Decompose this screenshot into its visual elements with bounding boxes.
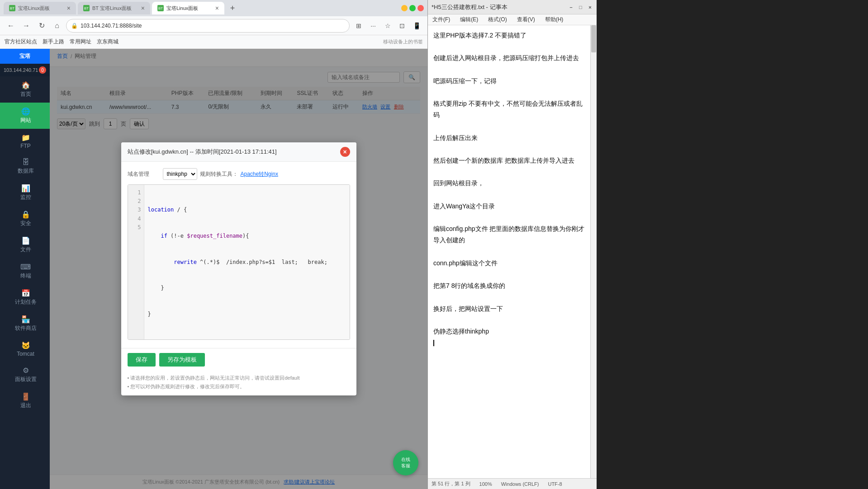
back-button[interactable]: ← [5, 19, 17, 32]
sidebar-label-cron: 计划任务 [15, 299, 37, 305]
maximize-button[interactable] [409, 5, 416, 11]
home-button[interactable]: ⌂ [51, 19, 63, 32]
sidebar-label-database: 数据库 [18, 168, 34, 174]
line-num-3: 3 [131, 206, 141, 214]
rewrite-link[interactable]: Apache转Nginx [241, 170, 278, 178]
notepad-menu-view[interactable]: 查看(V) [515, 15, 537, 24]
security-icon: 🔒 [5, 210, 46, 219]
sidebar-item-security[interactable]: 🔒 安全 [0, 206, 50, 232]
monitor-icon: 📊 [5, 184, 46, 193]
notepad-win-btns: – □ × [568, 4, 593, 10]
code-line-5: } [148, 310, 346, 319]
cron-icon: 📅 [5, 289, 46, 297]
code-editor: 1 2 3 4 5 location / { if (!-e $request_… [128, 184, 350, 340]
sidebar-item-terminal[interactable]: ⌨ 终端 [0, 258, 50, 284]
notepad-minimize-button[interactable]: – [568, 4, 574, 10]
notepad-menu-help[interactable]: 帮助(H) [543, 15, 565, 24]
notepad-titlebar: *H5三公搭建教程.txt - 记事本 – □ × [428, 0, 597, 14]
sidebar-label-ftp: FTP [20, 143, 31, 149]
more-icon[interactable]: ··· [367, 19, 379, 32]
mobile-icon[interactable]: 📱 [410, 19, 423, 32]
notepad-maximize-button[interactable]: □ [578, 4, 583, 10]
dialog-title: 站点修改[kui.gdwkn.cn] -- 添加时间[2021-01-13 17… [128, 148, 277, 156]
sidebar-item-cron[interactable]: 📅 计划任务 [0, 284, 50, 310]
rewrite-select[interactable]: thinkphp default [163, 168, 197, 180]
bookmark-official[interactable]: 官方社区站点 [5, 38, 37, 46]
sidebar-item-logout[interactable]: 🚪 退出 [0, 388, 50, 414]
sidebar-label-security: 安全 [20, 220, 31, 226]
sidebar-item-website[interactable]: 🌐 网站 [0, 103, 50, 129]
bookmark-newbie[interactable]: 新手上路 [43, 38, 64, 46]
refresh-button[interactable]: ↻ [35, 19, 48, 32]
lock-icon: 🔒 [71, 23, 78, 29]
bookmark-common[interactable]: 常用网址 [70, 38, 91, 46]
bookmark-jd[interactable]: 京东商城 [97, 38, 119, 46]
bt-sidebar: 宝塔 103.144.240.71 0 🏠 首页 🌐 网站 📁 FTP [0, 49, 50, 489]
new-tab-button[interactable]: + [226, 2, 239, 14]
sidebar-label-home: 首页 [20, 91, 31, 97]
close-button[interactable] [417, 5, 424, 11]
sidebar-item-store[interactable]: 🏪 软件商店 [0, 310, 50, 337]
float-line2: 客服 [401, 463, 410, 469]
notepad-menu-file[interactable]: 文件(F) [431, 15, 452, 24]
code-content[interactable]: location / { if (!-e $request_filename){… [144, 185, 350, 339]
browser-tab-3[interactable]: BT 宝塔Linux面板 × [152, 2, 224, 14]
sidebar-label-tomcat: Tomcat [17, 351, 34, 357]
sidebar-label-logout: 退出 [20, 402, 31, 409]
browser-window: BT 宝塔Linux面板 × BT BT 宝塔Linux面板 × BT 宝塔Li… [0, 0, 427, 489]
notepad-menu-edit[interactable]: 编辑(E) [458, 15, 480, 24]
sidebar-nav: 🏠 首页 🌐 网站 📁 FTP 🗄 数据库 📊 监控 [0, 76, 50, 489]
minimize-button[interactable] [401, 5, 408, 11]
dialog-notes: 请选择您的应用，若设置伪静态后，网站无法正常访问，请尝试设置回default 您… [121, 371, 356, 395]
browser-toolbar: ← → ↻ ⌂ 🔒 103.144.240.71:8888/site ⊞ ···… [0, 16, 427, 35]
forward-button[interactable]: → [20, 19, 33, 32]
dialog-body: 域名管理 thinkphp default 规则转换工具： Apache转Ngi… [121, 162, 356, 348]
tab-label-2: BT 宝塔Linux面板 [92, 5, 132, 12]
bookmark-icon[interactable]: ☆ [381, 19, 394, 32]
save-template-button[interactable]: 另存为模板 [159, 353, 205, 367]
select-row: 域名管理 thinkphp default 规则转换工具： Apache转Ngi… [128, 168, 350, 180]
float-service-button[interactable]: 在线 客服 [393, 450, 418, 475]
sidebar-item-settings[interactable]: ⚙ 面板设置 [0, 362, 50, 388]
code-line-4: } [148, 284, 346, 292]
tab-close-1[interactable]: × [67, 5, 71, 12]
line-numbers: 1 2 3 4 5 [128, 185, 144, 339]
notepad-scrollbar[interactable] [590, 25, 597, 478]
tomcat-icon: 🐱 [5, 341, 46, 350]
tab-favicon-1: BT [9, 5, 15, 11]
sidebar-item-ftp[interactable]: 📁 FTP [0, 129, 50, 154]
bt-logo: 宝塔 [0, 49, 50, 64]
sidebar-item-tomcat[interactable]: 🐱 Tomcat [0, 337, 50, 362]
notepad-position: 第 51 行，第 1 列 [432, 480, 470, 487]
notepad-menu-format[interactable]: 格式(O) [486, 15, 508, 24]
sidebar-item-home[interactable]: 🏠 首页 [0, 76, 50, 103]
tab-close-2[interactable]: × [141, 5, 145, 12]
sidebar-label-files: 文件 [20, 246, 31, 253]
dialog-close-button[interactable]: × [340, 147, 350, 157]
save-button[interactable]: 保存 [128, 353, 156, 367]
browser-tab-2[interactable]: BT BT 宝塔Linux面板 × [78, 2, 150, 14]
extensions-icon[interactable]: ⊞ [352, 19, 365, 32]
address-bar[interactable]: 🔒 103.144.240.71:8888/site [66, 19, 350, 33]
notepad-content[interactable]: 这里PHP版本选择7.2 不要搞错了 创建后进入网站根目录，把源码压缩打包并上传… [428, 25, 590, 478]
notepad-scrollthumb[interactable] [591, 25, 596, 52]
window-controls [401, 5, 424, 11]
sidebar-item-database[interactable]: 🗄 数据库 [0, 154, 50, 179]
screenshare-icon[interactable]: ⊡ [396, 19, 408, 32]
line-num-5: 5 [131, 223, 141, 232]
sidebar-item-files[interactable]: 📄 文件 [0, 232, 50, 258]
code-line-1: location / { [148, 206, 346, 214]
notepad-close-button[interactable]: × [587, 4, 593, 10]
database-icon: 🗄 [5, 158, 46, 166]
browser-titlebar: BT 宝塔Linux面板 × BT BT 宝塔Linux面板 × BT 宝塔Li… [0, 0, 427, 16]
tab-favicon-2: BT [83, 5, 90, 11]
sidebar-item-monitor[interactable]: 📊 监控 [0, 179, 50, 206]
sidebar-label-website: 网站 [20, 117, 31, 123]
terminal-icon: ⌨ [5, 263, 46, 271]
files-icon: 📄 [5, 236, 46, 245]
dialog-footer: 保存 另存为模板 [121, 348, 356, 371]
tab-close-3[interactable]: × [215, 5, 219, 12]
browser-tab-1[interactable]: BT 宝塔Linux面板 × [4, 2, 76, 14]
bt-ip-badge: 0 [39, 66, 46, 74]
code-line-2: if (!-e $request_filename){ [148, 232, 346, 240]
